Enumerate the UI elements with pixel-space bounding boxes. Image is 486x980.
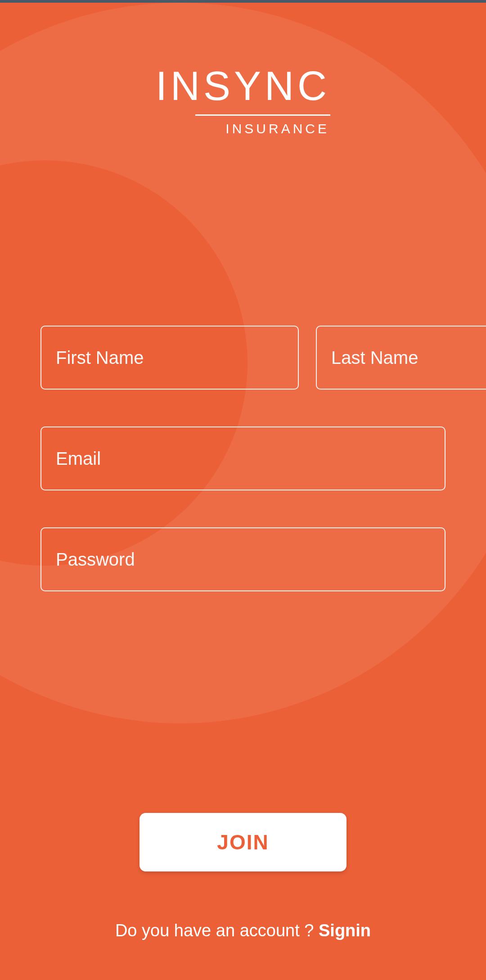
logo-divider — [195, 114, 330, 116]
logo-sub-text: INSURANCE — [156, 121, 330, 136]
first-name-field[interactable] — [40, 326, 299, 390]
signin-prompt: Do you have an account ? Signin — [115, 921, 371, 940]
password-field[interactable] — [40, 527, 446, 591]
logo-main-text: INSYNC — [156, 66, 330, 106]
email-field[interactable] — [40, 426, 446, 490]
logo: INSYNC INSURANCE — [156, 66, 330, 136]
signin-prompt-text: Do you have an account ? — [115, 921, 319, 940]
signup-form — [40, 326, 446, 628]
last-name-field[interactable] — [316, 326, 486, 390]
signin-link[interactable]: Signin — [319, 921, 371, 940]
join-button[interactable]: JOIN — [140, 813, 346, 871]
